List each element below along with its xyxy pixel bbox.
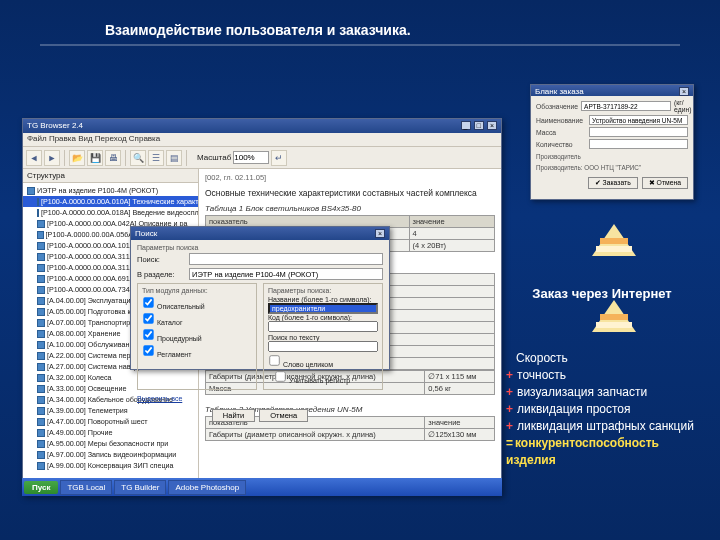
- scope-input[interactable]: [189, 268, 383, 280]
- nav-fwd-icon[interactable]: ►: [44, 150, 60, 166]
- scope-label: В разделе:: [137, 270, 185, 279]
- select-all-link[interactable]: Выделить все: [137, 395, 182, 402]
- param-name-label: Название (более 1-го символа):: [268, 296, 378, 303]
- zoom-apply-icon[interactable]: ↵: [271, 150, 287, 166]
- breadcrumb: [002, гл. 02.11.05]: [205, 173, 495, 182]
- taskbar-item-builder[interactable]: TG Builder: [114, 480, 166, 495]
- unit-label: (кг/един): [674, 99, 691, 113]
- params-box: Параметры поиска: Название (более 1-го с…: [263, 283, 383, 390]
- order-form-title: Бланк заказа: [535, 85, 584, 96]
- content-heading: Основные технические характеристики сост…: [205, 188, 495, 198]
- find-input[interactable]: [189, 253, 383, 265]
- mass-label: Масса: [536, 129, 586, 136]
- tree-node[interactable]: [Р100-А.0000.00.00А.018А] Введение видео…: [23, 207, 198, 218]
- minimize-button[interactable]: _: [461, 121, 471, 130]
- order-form-close[interactable]: ×: [679, 87, 689, 96]
- params-box-title: Параметры поиска:: [268, 287, 378, 294]
- menubar[interactable]: Файл Правка Вид Переход Справка: [23, 133, 501, 147]
- pyramid-icon-bottom: [592, 300, 636, 332]
- type-catalog[interactable]: Каталог: [142, 312, 252, 328]
- order-button[interactable]: ✔ Заказать: [588, 177, 638, 189]
- order-cancel-button[interactable]: ✖ Отмена: [642, 177, 688, 189]
- close-button[interactable]: ×: [487, 121, 497, 130]
- browser-titlebar: TG Browser 2.4 _ □ ×: [23, 119, 501, 133]
- tree-node[interactable]: [А.99.00.00] Консервация ЗИП специа: [23, 460, 198, 471]
- qty-input[interactable]: [589, 139, 688, 149]
- pyramid-icon-top: [592, 224, 636, 256]
- toolbar: ◄ ► 📂 💾 🖶 🔍 ☰ ▤ Масштаб ↵: [23, 147, 501, 169]
- taskbar: Пуск TGB Local TG Builder Adobe Photosho…: [22, 478, 502, 496]
- text-search-label: Поиск по тексту: [268, 334, 378, 341]
- find-label: Поиск:: [137, 255, 185, 264]
- zoom-label: Масштаб: [197, 153, 231, 162]
- opt-whole[interactable]: Слово целиком: [268, 354, 378, 370]
- save-icon[interactable]: 💾: [87, 150, 103, 166]
- search-dialog-titlebar: Поиск ×: [131, 227, 389, 240]
- tree-node[interactable]: [Р100-А.0000.00.00А.010А] Технические ха…: [23, 196, 198, 207]
- param-name-input[interactable]: [268, 303, 378, 314]
- doc-icon[interactable]: ▤: [166, 150, 182, 166]
- producer-value: Производитель: ООО НТЦ "ТАРИС": [536, 164, 688, 171]
- cancel-button[interactable]: Отмена: [259, 409, 308, 422]
- order-form-window: Бланк заказа × Обозначение(кг/един) Наим…: [530, 84, 694, 200]
- zoom-input[interactable]: [233, 151, 269, 164]
- producer-label: Производитель: [536, 153, 688, 160]
- title-rule: [40, 44, 680, 46]
- tree-node[interactable]: ИЭТР на изделие Р100-4М (РОКОТ): [23, 185, 198, 196]
- type-descriptive[interactable]: Описательный: [142, 296, 252, 312]
- nav-back-icon[interactable]: ◄: [26, 150, 42, 166]
- slide-title: Взаимодействие пользователя и заказчика.: [105, 22, 411, 38]
- print-icon[interactable]: 🖶: [105, 150, 121, 166]
- tree-icon[interactable]: ☰: [148, 150, 164, 166]
- mass-input[interactable]: [589, 127, 688, 137]
- search-dialog-title: Поиск: [135, 227, 157, 240]
- tree-node[interactable]: [А.97.00.00] Запись видеоинформации: [23, 449, 198, 460]
- code-label: Обозначение: [536, 103, 578, 110]
- param-code-input[interactable]: [268, 321, 378, 332]
- text-search-input[interactable]: [268, 341, 378, 352]
- start-button[interactable]: Пуск: [24, 481, 58, 494]
- search-params-label: Параметры поиска: [137, 244, 383, 251]
- type-reglament[interactable]: Регламент: [142, 344, 252, 360]
- name-label: Наименование: [536, 117, 586, 124]
- browser-title: TG Browser 2.4: [27, 119, 83, 133]
- type-box: Тип модуля данных: Описательный Каталог …: [137, 283, 257, 390]
- type-box-title: Тип модуля данных:: [142, 287, 252, 294]
- open-icon[interactable]: 📂: [69, 150, 85, 166]
- taskbar-item-tgb[interactable]: TGB Local: [60, 480, 112, 495]
- code-input[interactable]: [581, 101, 671, 111]
- benefits-list: Скорость +точность +визуализация запчаст…: [506, 350, 696, 469]
- taskbar-item-ps[interactable]: Adobe Photoshop: [168, 480, 246, 495]
- opt-case[interactable]: Учитывать регистр: [274, 370, 378, 386]
- order-form-titlebar: Бланк заказа ×: [531, 85, 693, 96]
- order-via-internet-label: Заказ через Интернет: [512, 286, 692, 301]
- maximize-button[interactable]: □: [474, 121, 484, 130]
- dialog-close-button[interactable]: ×: [375, 229, 385, 238]
- name-input[interactable]: [589, 115, 688, 125]
- tree-node[interactable]: [А.95.00.00] Меры безопасности при: [23, 438, 198, 449]
- param-code-label: Код (более 1-го символа):: [268, 314, 378, 321]
- search-dialog: Поиск × Параметры поиска Поиск: В раздел…: [130, 226, 390, 370]
- qty-label: Количество: [536, 141, 586, 148]
- table1-caption: Таблица 1 Блок светильников BS4x35-80: [205, 204, 495, 213]
- search-icon[interactable]: 🔍: [130, 150, 146, 166]
- type-procedural[interactable]: Процедурный: [142, 328, 252, 344]
- find-button[interactable]: Найти: [212, 409, 255, 422]
- tree-node[interactable]: [А.49.00.00] Прочие: [23, 427, 198, 438]
- structure-header: Структура: [23, 169, 198, 183]
- window-buttons: _ □ ×: [460, 119, 497, 133]
